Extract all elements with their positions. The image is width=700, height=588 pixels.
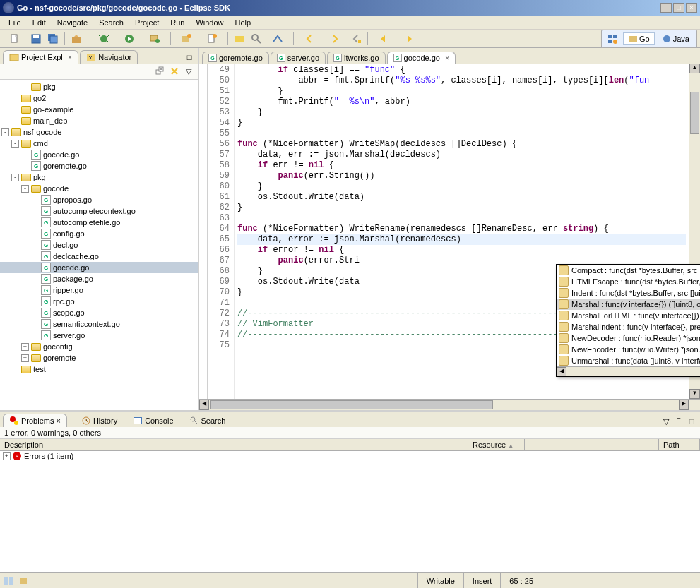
tree-item[interactable]: go-example: [0, 104, 198, 115]
annotation-ruler[interactable]: [199, 64, 208, 399]
menu-help[interactable]: Help: [230, 17, 257, 28]
col-empty[interactable]: [525, 439, 659, 450]
run-button[interactable]: [117, 31, 141, 47]
tab-history[interactable]: History: [76, 414, 123, 427]
autocomplete-item[interactable]: Marshal : func(v interface{}) ([]uint8, …: [557, 299, 700, 310]
tab-project-explorer[interactable]: Project Expl ×: [3, 50, 78, 64]
new-button[interactable]: [3, 31, 27, 47]
autocomplete-item[interactable]: NewEncoder : func(w io.Writer) *json.Enc…: [557, 344, 700, 355]
tree-item[interactable]: -gocode: [0, 183, 198, 194]
tree-item[interactable]: Grpc.go: [0, 296, 198, 307]
open-type-button[interactable]: [232, 31, 247, 47]
line-number-gutter[interactable]: 4950515253545556575859606162636465666768…: [208, 64, 235, 399]
close-icon[interactable]: ×: [56, 416, 60, 425]
menu-window[interactable]: Window: [190, 17, 229, 28]
tree-item[interactable]: -nsf-gocode: [0, 126, 198, 138]
view-menu-button[interactable]: ▽: [660, 416, 672, 427]
save-all-button[interactable]: [45, 31, 61, 47]
link-editor-button[interactable]: [168, 65, 181, 78]
close-icon[interactable]: ×: [68, 53, 72, 61]
minimize-button[interactable]: _: [660, 3, 672, 13]
debug-button[interactable]: [92, 31, 116, 47]
tab-search[interactable]: Search: [184, 414, 232, 427]
tree-item[interactable]: Gserver.go: [0, 330, 198, 341]
col-description[interactable]: Description: [0, 439, 468, 450]
status-icon-1[interactable]: [3, 575, 14, 587]
save-button[interactable]: [28, 31, 44, 47]
prev-edit-button[interactable]: [297, 31, 321, 47]
autocomplete-item[interactable]: MarshalForHTML : func(v interface{}) ([]…: [557, 310, 700, 321]
tree-item[interactable]: Gdeclcache.go: [0, 251, 198, 262]
autocomplete-item[interactable]: Indent : func(dst *bytes.Buffer, src []u…: [557, 287, 700, 299]
tab-navigator[interactable]: Navigator: [80, 50, 138, 64]
tree-toggle[interactable]: -: [11, 140, 19, 148]
tree-item[interactable]: +goconfig: [0, 341, 198, 352]
build-button[interactable]: [69, 31, 84, 47]
minimize-view-button[interactable]: ‾: [673, 416, 684, 427]
tree-item[interactable]: Gautocompletefile.go: [0, 217, 198, 228]
back-button[interactable]: [372, 31, 396, 47]
tree-toggle[interactable]: +: [21, 354, 29, 362]
tree-item[interactable]: go2: [0, 92, 198, 104]
horizontal-scrollbar[interactable]: ◀ ▶: [199, 399, 700, 410]
next-edit-button[interactable]: [323, 31, 347, 47]
perspective-go[interactable]: Go: [623, 32, 655, 45]
tree-item[interactable]: main_dep: [0, 115, 198, 126]
perspective-java[interactable]: Java: [658, 33, 694, 44]
view-menu-button[interactable]: ▽: [182, 65, 195, 78]
tab-console[interactable]: Console: [127, 414, 179, 427]
open-perspective-button[interactable]: [605, 31, 620, 47]
problems-table-body[interactable]: + × Errors (1 item): [0, 451, 700, 572]
new-package-button[interactable]: [174, 31, 198, 47]
close-button[interactable]: ×: [686, 3, 697, 13]
tree-item[interactable]: -cmd: [0, 138, 198, 149]
maximize-button[interactable]: □: [673, 3, 684, 13]
tree-item[interactable]: Gapropos.go: [0, 194, 198, 205]
autocomplete-item[interactable]: NewDecoder : func(r io.Reader) *json.Dec…: [557, 332, 700, 344]
autocomplete-item[interactable]: Unmarshal : func(data []uint8, v interfa…: [557, 355, 700, 366]
col-path[interactable]: Path: [659, 439, 700, 450]
tree-item[interactable]: pkg: [0, 81, 198, 92]
status-icon-2[interactable]: [18, 575, 30, 587]
menu-project[interactable]: Project: [129, 17, 165, 28]
menu-run[interactable]: Run: [165, 17, 190, 28]
collapse-all-button[interactable]: [154, 65, 167, 78]
autocomplete-item[interactable]: HTMLEscape : func(dst *bytes.Buffer, src…: [557, 276, 700, 287]
editor-tab[interactable]: Ggoremote.go: [202, 52, 269, 64]
menu-edit[interactable]: Edit: [27, 17, 52, 28]
tree-item[interactable]: -pkg: [0, 172, 198, 183]
tree-toggle[interactable]: +: [21, 343, 29, 351]
maximize-view-button[interactable]: □: [184, 52, 195, 63]
tree-item[interactable]: Gpackage.go: [0, 273, 198, 284]
autocomplete-item[interactable]: MarshalIndent : func(v interface{}, pref…: [557, 321, 700, 332]
run-last-button[interactable]: [143, 31, 167, 47]
maximize-view-button[interactable]: □: [686, 416, 697, 427]
editor-tab[interactable]: Gserver.go: [271, 52, 326, 64]
tree-item[interactable]: Ggoremote.go: [0, 160, 198, 172]
tree-item[interactable]: Ggocode.go: [0, 149, 198, 160]
tree-item[interactable]: Gconfig.go: [0, 228, 198, 239]
annotation-button[interactable]: [266, 31, 290, 47]
scrollbar-thumb[interactable]: [210, 400, 493, 409]
tree-item[interactable]: +goremote: [0, 352, 198, 364]
close-icon[interactable]: ×: [445, 54, 449, 62]
scrollbar-thumb[interactable]: [690, 92, 699, 134]
tree-item[interactable]: Gautocompletecontext.go: [0, 205, 198, 217]
forward-button[interactable]: [397, 31, 421, 47]
expand-toggle[interactable]: +: [3, 452, 11, 460]
minimize-view-button[interactable]: ‾: [171, 52, 182, 63]
tree-item[interactable]: Gdecl.go: [0, 239, 198, 251]
tree-toggle[interactable]: -: [21, 185, 29, 193]
tree-toggle[interactable]: -: [1, 128, 9, 136]
tree-item[interactable]: Gscope.go: [0, 307, 198, 318]
tree-toggle[interactable]: -: [11, 174, 19, 181]
table-row[interactable]: + × Errors (1 item): [0, 451, 700, 461]
tree-item[interactable]: Gsemanticcontext.go: [0, 318, 198, 330]
tab-problems[interactable]: Problems ×: [3, 414, 67, 427]
menu-file[interactable]: File: [3, 17, 27, 28]
editor-tab[interactable]: Ggocode.go×: [387, 52, 456, 64]
tree-item[interactable]: Gripper.go: [0, 284, 198, 296]
project-tree[interactable]: pkggo2go-examplemain_dep-nsf-gocode-cmdG…: [0, 80, 198, 410]
col-resource[interactable]: Resource ▲: [468, 439, 525, 450]
menu-search[interactable]: Search: [93, 17, 129, 28]
